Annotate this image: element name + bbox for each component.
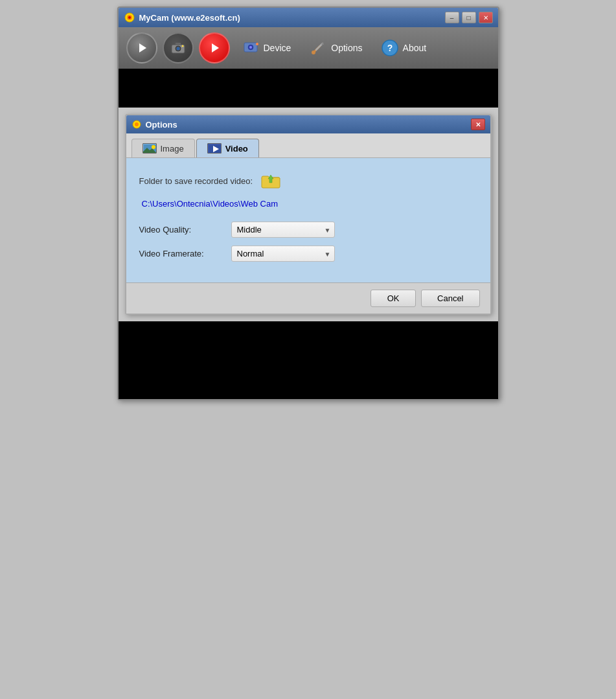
framerate-label: Video Framerate: [139, 249, 223, 258]
device-label: Device [264, 43, 291, 53]
bottom-preview-area [119, 321, 498, 399]
dialog-overlay: Options ✕ Image [119, 108, 498, 321]
camera-button[interactable] [163, 32, 194, 63]
svg-point-6 [176, 47, 179, 51]
tab-video-label: Video [225, 144, 248, 154]
quality-select-wrapper: Low Middle High ▼ [231, 222, 335, 238]
svg-rect-7 [176, 43, 181, 45]
svg-point-13 [256, 43, 258, 45]
dialog-content: Folder to save recorded video: C:\U [126, 157, 490, 282]
folder-path[interactable]: C:\Users\Ontecnia\Videos\Web Cam [139, 199, 477, 209]
record-button[interactable] [199, 32, 230, 63]
svg-text:?: ? [387, 43, 393, 53]
quality-label: Video Quality: [139, 225, 223, 235]
options-dialog: Options ✕ Image [125, 114, 492, 315]
video-tab-icon [207, 143, 222, 154]
svg-point-15 [312, 51, 315, 54]
tab-image-label: Image [161, 144, 184, 154]
svg-marker-9 [212, 43, 219, 52]
app-icon [124, 12, 135, 23]
ok-button[interactable]: OK [371, 290, 416, 307]
minimize-button[interactable]: – [445, 12, 459, 23]
options-menu-button[interactable]: Options [302, 35, 369, 61]
video-preview-area [119, 69, 498, 108]
folder-row: Folder to save recorded video: [139, 171, 477, 191]
video-framerate-row: Video Framerate: Slow Normal Fast ▼ [139, 246, 477, 262]
device-icon [242, 39, 260, 57]
svg-point-8 [181, 45, 183, 47]
dialog-title: Options [146, 120, 177, 130]
title-controls: – □ ✕ [445, 12, 493, 23]
options-label: Options [331, 43, 362, 53]
device-menu-button[interactable]: Device [235, 35, 298, 61]
framerate-select-wrapper: Slow Normal Fast ▼ [231, 246, 335, 262]
play-button[interactable] [126, 32, 157, 63]
folder-browse-button[interactable] [260, 171, 281, 191]
svg-marker-3 [139, 43, 146, 52]
svg-point-21 [135, 122, 139, 126]
dialog-title-bar: Options ✕ [126, 115, 490, 133]
about-menu-button[interactable]: ? About [374, 35, 433, 61]
dialog-close-button[interactable]: ✕ [471, 119, 485, 130]
title-bar-left: MyCam (www.e2esoft.cn) [124, 12, 240, 23]
framerate-select[interactable]: Slow Normal Fast [231, 246, 335, 262]
video-quality-row: Video Quality: Low Middle High ▼ [139, 222, 477, 238]
tab-image[interactable]: Image [131, 139, 195, 157]
main-window: MyCam (www.e2esoft.cn) – □ ✕ [117, 6, 499, 400]
window-title: MyCam (www.e2esoft.cn) [139, 13, 240, 23]
options-icon [309, 39, 327, 57]
close-button[interactable]: ✕ [479, 12, 493, 23]
dialog-footer: OK Cancel [126, 282, 490, 314]
folder-label: Folder to save recorded video: [139, 176, 253, 186]
svg-point-12 [249, 46, 252, 49]
about-icon: ? [381, 39, 399, 57]
title-bar: MyCam (www.e2esoft.cn) – □ ✕ [119, 8, 498, 27]
tab-video[interactable]: Video [196, 139, 259, 157]
tabs-bar: Image Video [126, 133, 490, 157]
toolbar: Device Options ? [119, 27, 498, 69]
dialog-icon [131, 119, 142, 130]
camera-icon [170, 41, 186, 55]
quality-select[interactable]: Low Middle High [231, 222, 335, 238]
maximize-button[interactable]: □ [462, 12, 476, 23]
image-tab-icon [143, 143, 157, 154]
svg-point-25 [152, 145, 155, 149]
cancel-button[interactable]: Cancel [421, 290, 479, 307]
dialog-title-left: Options [131, 119, 177, 130]
folder-icon [260, 171, 281, 189]
svg-point-2 [128, 16, 131, 19]
about-label: About [403, 43, 427, 53]
